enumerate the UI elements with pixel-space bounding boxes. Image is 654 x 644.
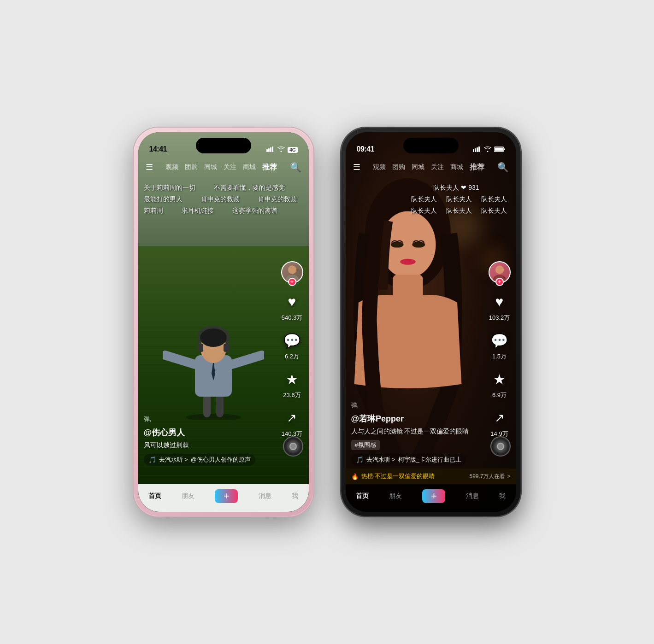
add-button-left[interactable]: + bbox=[215, 489, 238, 503]
nav-home-right[interactable]: 首页 bbox=[356, 492, 369, 500]
svg-point-15 bbox=[288, 265, 296, 274]
search-icon-left[interactable]: 🔍 bbox=[290, 162, 301, 173]
danmu-area-left: 关于莉莉周的一切 不需要看懂，要的是感觉 最能打的男人 肖申克的救赎 肖申克的救… bbox=[138, 183, 309, 224]
comment-count-right: 1.5万 bbox=[492, 352, 507, 361]
danmu-btn-right[interactable]: 弹, bbox=[351, 401, 484, 410]
danmu-text-1: 不需要看懂，要的是感觉 bbox=[214, 184, 285, 192]
nav-tab-团购-left[interactable]: 团购 bbox=[185, 163, 198, 171]
nav-me-label-right: 我 bbox=[499, 492, 506, 500]
nav-me-label-left: 我 bbox=[292, 492, 298, 500]
svg-line-10 bbox=[232, 355, 262, 364]
nav-tab-观频-left[interactable]: 观频 bbox=[165, 163, 178, 171]
svg-point-26 bbox=[400, 259, 416, 265]
nav-tab-团购-right[interactable]: 团购 bbox=[392, 163, 405, 171]
dynamic-island-left bbox=[196, 138, 251, 153]
status-icons-left: 4G bbox=[266, 146, 297, 153]
nav-tab-关注-right[interactable]: 关注 bbox=[431, 163, 444, 171]
avatar-btn-right[interactable]: + bbox=[489, 261, 511, 283]
nav-tab-商城-right[interactable]: 商城 bbox=[450, 163, 463, 171]
wifi-icon-left bbox=[277, 146, 285, 153]
svg-point-12 bbox=[200, 328, 227, 347]
hot-text-right: 🔥 热榜·不过是一双偏爱的眼睛 bbox=[351, 472, 435, 480]
star-btn-right[interactable]: ★ 6.9万 bbox=[489, 369, 510, 399]
star-count-right: 6.9万 bbox=[492, 391, 507, 399]
nav-tab-推荐-right[interactable]: 推荐 bbox=[470, 163, 484, 172]
comment-btn-left[interactable]: 💬 6.2万 bbox=[282, 330, 302, 361]
nav-friends-left[interactable]: 朋友 bbox=[182, 492, 194, 500]
avatar-btn-left[interactable]: + bbox=[281, 261, 303, 283]
share-btn-left[interactable]: ↗ 140.3万 bbox=[282, 408, 303, 438]
hashtag-right[interactable]: #氛围感 bbox=[351, 440, 380, 450]
danmu-r-5: 队长夫人 bbox=[446, 207, 472, 215]
nav-add-left[interactable]: + bbox=[215, 489, 238, 503]
search-icon-right[interactable]: 🔍 bbox=[497, 162, 509, 173]
nav-tab-观频-right[interactable]: 观频 bbox=[373, 163, 386, 171]
music-btn-left[interactable]: 🎵 去汽水听 > @伤心男人创作的原声 bbox=[144, 454, 255, 466]
nav-home-label-left: 首页 bbox=[148, 492, 161, 500]
cellular-badge-left: 4G bbox=[288, 147, 297, 153]
danmu-r-3: 队长夫人 bbox=[481, 195, 507, 204]
bottom-info-left: 弹, @伤心男人 风可以越过荆棘 🎵 去汽水听 > @伤心男人创作的原声 bbox=[144, 415, 277, 466]
nav-messages-left[interactable]: 消息 bbox=[259, 492, 271, 500]
danmu-r-0: 队长夫人 ❤ 931 bbox=[433, 184, 479, 192]
music-disk-right bbox=[490, 436, 511, 457]
follow-plus-right[interactable]: + bbox=[495, 278, 504, 286]
bottom-nav-left: 首页 朋友 + 消息 我 bbox=[138, 484, 309, 512]
nav-add-right[interactable]: + bbox=[422, 489, 445, 503]
username-left[interactable]: @伤心男人 bbox=[144, 427, 277, 438]
comment-btn-right[interactable]: 💬 1.5万 bbox=[489, 330, 510, 361]
svg-point-28 bbox=[412, 242, 425, 248]
danmu-text-7: 这赛季强的离谱 bbox=[232, 207, 277, 215]
svg-rect-22 bbox=[495, 148, 503, 151]
comment-count-left: 6.2万 bbox=[285, 352, 299, 361]
nav-tab-商城-left[interactable]: 商城 bbox=[243, 163, 256, 171]
nav-messages-right[interactable]: 消息 bbox=[466, 492, 479, 500]
danmu-btn-left[interactable]: 弹, bbox=[144, 415, 277, 423]
nav-tab-同城-right[interactable]: 同城 bbox=[412, 163, 424, 171]
username-right[interactable]: @若琳Pepper bbox=[351, 413, 484, 424]
star-btn-left[interactable]: ★ 23.6万 bbox=[282, 369, 302, 399]
nav-me-right[interactable]: 我 bbox=[499, 492, 506, 500]
action-buttons-right: + ♥ 103.2万 💬 1.5万 ★ 6.9万 ↗ 14.9万 bbox=[489, 261, 511, 438]
svg-rect-18 bbox=[475, 148, 476, 152]
nav-home-left[interactable]: 首页 bbox=[148, 492, 161, 500]
hot-label: 热榜·不过是一双偏爱的眼睛 bbox=[361, 472, 435, 480]
svg-rect-1 bbox=[268, 148, 270, 152]
nav-friends-right[interactable]: 朋友 bbox=[389, 492, 402, 500]
nav-me-left[interactable]: 我 bbox=[292, 492, 298, 500]
nav-messages-label-right: 消息 bbox=[466, 492, 479, 500]
hot-arrow: > bbox=[507, 473, 510, 480]
danmu-r-1: 队长夫人 bbox=[411, 195, 437, 204]
nav-tabs-left: 观频 团购 同城 关注 商城 推荐 bbox=[165, 163, 277, 172]
hot-viewers: 599.7万人在看 bbox=[469, 473, 505, 480]
like-btn-left[interactable]: ♥ 540.3万 bbox=[282, 292, 303, 322]
hot-count-right: 599.7万人在看 > bbox=[469, 473, 510, 480]
nav-tab-推荐-left[interactable]: 推荐 bbox=[262, 163, 277, 172]
nav-tab-关注-left[interactable]: 关注 bbox=[224, 163, 236, 171]
add-button-right[interactable]: + bbox=[422, 489, 445, 503]
hot-banner-right[interactable]: 🔥 热榜·不过是一双偏爱的眼睛 599.7万人在看 > bbox=[346, 468, 516, 484]
svg-rect-13 bbox=[198, 344, 203, 352]
svg-rect-2 bbox=[270, 147, 271, 152]
menu-icon-left[interactable]: ☰ bbox=[146, 162, 153, 172]
bottom-info-right: 弹, @若琳Pepper 人与人之间的滤镜 不过是一双偏爱的眼睛 #氛围感 🎵 … bbox=[351, 401, 484, 466]
nav-tab-同城-left[interactable]: 同城 bbox=[204, 163, 217, 171]
svg-rect-3 bbox=[272, 146, 273, 152]
like-count-right: 103.2万 bbox=[489, 314, 510, 322]
follow-plus-left[interactable]: + bbox=[288, 278, 296, 286]
danmu-text-2: 最能打的男人 bbox=[144, 195, 183, 204]
menu-icon-right[interactable]: ☰ bbox=[353, 162, 360, 172]
like-btn-right[interactable]: ♥ 103.2万 bbox=[489, 292, 510, 322]
danmu-r-2: 队长夫人 bbox=[446, 195, 472, 204]
svg-rect-14 bbox=[224, 344, 229, 352]
description-left: 风可以越过荆棘 bbox=[144, 441, 277, 450]
nav-bar-right: ☰ 观频 团购 同城 关注 商城 推荐 🔍 bbox=[346, 157, 516, 177]
fire-icon: 🔥 bbox=[351, 473, 359, 480]
share-btn-right[interactable]: ↗ 14.9万 bbox=[489, 408, 510, 438]
svg-point-29 bbox=[495, 265, 503, 274]
dynamic-island-right bbox=[403, 138, 459, 153]
description-right: 人与人之间的滤镜 不过是一双偏爱的眼睛 bbox=[351, 427, 484, 436]
music-btn-right[interactable]: 🎵 去汽水听 > 柯宇版_卡尔进行曲已上 bbox=[351, 454, 466, 466]
signal-icon-left bbox=[266, 146, 275, 153]
action-buttons-left: + ♥ 540.3万 💬 6.2万 ★ 23.6万 ↗ 140.3万 bbox=[281, 261, 303, 438]
